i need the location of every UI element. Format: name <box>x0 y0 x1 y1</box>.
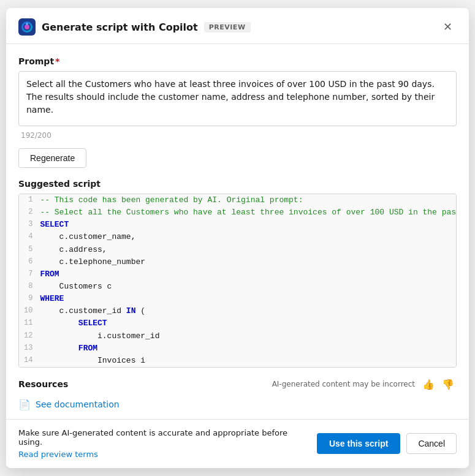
table-row: 7FROM <box>19 268 457 281</box>
code-line: c.customer_name, <box>40 231 457 243</box>
table-row: 2-- Select all the Customers who have at… <box>19 206 457 219</box>
footer-info: Make sure AI-generated content is accura… <box>18 428 305 447</box>
regenerate-button[interactable]: Regenerate <box>18 148 86 168</box>
code-line: Invoices i <box>40 355 457 367</box>
line-number: 10 <box>19 305 40 317</box>
line-number: 8 <box>19 281 40 293</box>
line-number: 14 <box>19 355 40 367</box>
table-row: 3SELECT <box>19 219 457 231</box>
document-icon: 📄 <box>18 399 31 410</box>
code-line: Customers c <box>40 281 457 293</box>
line-number: 5 <box>19 244 40 256</box>
preview-badge: PREVIEW <box>204 22 251 32</box>
dialog-header: Generate script with Copilot PREVIEW ✕ <box>6 8 469 44</box>
svg-point-1 <box>25 25 29 29</box>
footer-main: Make sure AI-generated content is accura… <box>18 428 457 459</box>
table-row: 4 c.customer_name, <box>19 231 457 243</box>
line-number: 4 <box>19 231 40 243</box>
generate-script-dialog: Generate script with Copilot PREVIEW ✕ P… <box>6 8 469 468</box>
code-table: 1-- This code has been generated by AI. … <box>19 194 457 367</box>
resources-title: Resources <box>18 379 68 389</box>
thumbs-up-button[interactable]: 👍 <box>420 377 437 391</box>
close-button[interactable]: ✕ <box>438 18 457 36</box>
use-script-button[interactable]: Use this script <box>317 433 400 454</box>
code-line: c.telephone_number <box>40 256 457 268</box>
prompt-section: Prompt* 192/200 <box>18 56 457 140</box>
dialog-footer: Make sure AI-generated content is accura… <box>6 419 469 468</box>
cancel-button[interactable]: Cancel <box>406 433 457 454</box>
char-count: 192/200 <box>18 129 457 140</box>
line-number: 11 <box>19 317 40 330</box>
required-indicator: * <box>55 56 59 66</box>
copilot-icon <box>18 18 36 36</box>
svg-point-2 <box>26 23 28 25</box>
code-line: WHERE <box>40 293 457 305</box>
code-line: FROM <box>40 342 457 355</box>
code-line: SELECT <box>40 317 457 330</box>
code-line: FROM <box>40 268 457 281</box>
code-line: SELECT <box>40 219 457 231</box>
line-number: 12 <box>19 330 40 342</box>
table-row: 10 c.customer_id IN ( <box>19 305 457 317</box>
code-line: c.address, <box>40 244 457 256</box>
dialog-body: Prompt* 192/200 Regenerate Suggested scr… <box>6 44 469 368</box>
line-number: 3 <box>19 219 40 231</box>
thumbs-down-button[interactable]: 👎 <box>439 377 457 391</box>
feedback-buttons: 👍 👎 <box>420 377 457 391</box>
line-number: 13 <box>19 342 40 355</box>
suggested-script-label: Suggested script <box>18 179 457 189</box>
resources-section: Resources AI-generated content may be in… <box>6 368 469 419</box>
table-row: 8 Customers c <box>19 281 457 293</box>
footer-text-area: Make sure AI-generated content is accura… <box>18 428 305 459</box>
code-line: c.customer_id IN ( <box>40 305 457 317</box>
code-block: 1-- This code has been generated by AI. … <box>18 194 457 368</box>
code-line: -- Select all the Customers who have at … <box>40 206 457 219</box>
header-left: Generate script with Copilot PREVIEW <box>18 18 251 36</box>
prompt-textarea[interactable] <box>18 71 457 126</box>
table-row: 13 FROM <box>19 342 457 355</box>
documentation-link[interactable]: 📄 See documentation <box>18 399 457 410</box>
prompt-label: Prompt* <box>18 56 457 66</box>
table-row: 6 c.telephone_number <box>19 256 457 268</box>
table-row: 9WHERE <box>19 293 457 305</box>
line-number: 6 <box>19 256 40 268</box>
preview-terms-link[interactable]: Read preview terms <box>18 450 98 459</box>
code-line: -- This code has been generated by AI. O… <box>40 194 457 206</box>
resources-header: Resources AI-generated content may be in… <box>18 377 457 391</box>
table-row: 11 SELECT <box>19 317 457 330</box>
dialog-title: Generate script with Copilot <box>42 21 198 33</box>
line-number: 1 <box>19 194 40 206</box>
line-number: 7 <box>19 268 40 281</box>
ai-notice: AI-generated content may be incorrect 👍 … <box>272 377 457 391</box>
table-row: 12 i.customer_id <box>19 330 457 342</box>
table-row: 1-- This code has been generated by AI. … <box>19 194 457 206</box>
table-row: 5 c.address, <box>19 244 457 256</box>
footer-actions: Use this script Cancel <box>317 433 457 454</box>
line-number: 9 <box>19 293 40 305</box>
code-line: i.customer_id <box>40 330 457 342</box>
table-row: 14 Invoices i <box>19 355 457 367</box>
line-number: 2 <box>19 206 40 219</box>
